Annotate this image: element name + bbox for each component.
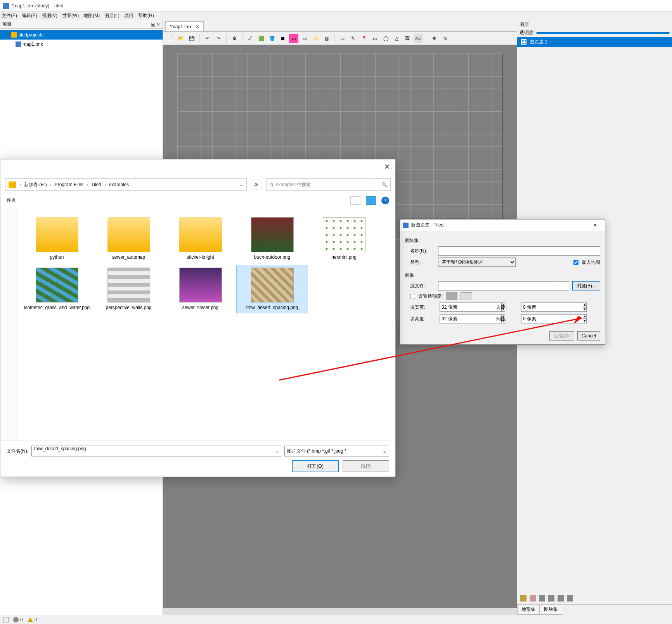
tree-collapse-icon[interactable]: ▾ <box>5 32 9 38</box>
file-item[interactable]: python <box>21 214 93 263</box>
tool-stamp-icon[interactable]: 🖊 <box>246 34 255 43</box>
file-type-filter[interactable]: 图片文件 (*.bmp *.gif *.jpeg *. ⌄ <box>284 446 389 456</box>
file-item[interactable]: buch-outdoor.png <box>236 214 308 263</box>
tool-same-icon[interactable]: ▦ <box>322 34 331 43</box>
crumb-tiled[interactable]: Tiled <box>91 182 101 187</box>
tool-eraser-icon[interactable]: ▭ <box>289 34 298 43</box>
tool-shape-icon[interactable]: ◼ <box>278 34 288 43</box>
cancel-button[interactable]: Cancel <box>577 331 600 341</box>
trans-picker-swatch[interactable] <box>461 292 472 300</box>
tab-terrain-sets[interactable]: 地形集 <box>517 604 540 615</box>
project-panel-title: 项目 <box>2 21 12 28</box>
tool-snap-icon[interactable]: ✥ <box>430 34 439 43</box>
menu-edit[interactable]: 编辑(E) <box>22 12 37 19</box>
tile-height-input[interactable] <box>440 314 502 323</box>
tileset-name-input[interactable] <box>438 246 600 256</box>
spacing-input[interactable] <box>521 314 583 323</box>
tile-width-input[interactable] <box>440 302 502 312</box>
menu-help[interactable]: 帮助(H) <box>138 12 154 19</box>
file-item[interactable]: sewer_automap <box>93 214 165 263</box>
file-item[interactable]: hexmini.png <box>308 214 380 263</box>
nav-pane[interactable] <box>0 208 18 441</box>
tree-file-map1[interactable]: map1.tmx <box>0 40 163 49</box>
tool-rect-icon[interactable]: ▭ <box>370 34 379 43</box>
view-mode-button[interactable] <box>350 196 360 205</box>
tileset-edit-icon[interactable] <box>548 595 554 602</box>
file-dialog-close-button[interactable]: ✕ <box>384 162 390 171</box>
tileset-type-select[interactable]: 基于整张图块集图片 <box>438 258 516 267</box>
horizontal-scrollbar[interactable] <box>163 608 517 615</box>
search-input[interactable]: 在 examples 中搜索 🔍 <box>266 178 391 191</box>
filename-input[interactable]: tmw_desert_spacing.png ⌄ <box>31 446 281 456</box>
chevron-down-icon[interactable]: ⌄ <box>239 182 243 187</box>
panel-float-icon[interactable]: ▣ ✕ <box>151 22 160 27</box>
tile-layer-icon <box>521 39 527 45</box>
menu-world[interactable]: 世界(W) <box>62 12 79 19</box>
tab-close-icon[interactable]: ✕ <box>196 24 199 29</box>
tab-tilesets[interactable]: 图块集 <box>540 604 562 615</box>
menu-project[interactable]: 项目 <box>124 12 133 19</box>
opacity-slider[interactable] <box>536 32 670 34</box>
tab-map1[interactable]: *map1.tmx ✕ <box>165 21 204 31</box>
help-button[interactable]: ? <box>381 197 389 204</box>
image-thumb-icon <box>251 268 294 302</box>
tileset-delete-icon[interactable] <box>567 595 573 602</box>
tool-new-icon[interactable]: 📄 <box>165 34 175 43</box>
open-button[interactable]: 打开(O) <box>292 460 339 472</box>
tool-undo-icon[interactable]: ↶ <box>203 34 212 43</box>
chevron-right-icon[interactable]: › <box>19 182 21 187</box>
tool-command-icon[interactable]: ⚙ <box>230 34 239 43</box>
file-item[interactable]: isometric_grass_and_water.png <box>21 265 93 314</box>
tree-folder-root[interactable]: ▾ tiledprojects <box>0 30 163 40</box>
embed-checkbox[interactable] <box>573 260 578 265</box>
layer-list[interactable]: 图块层 1 <box>517 37 672 47</box>
tileset-swap-icon[interactable] <box>558 595 564 602</box>
console-icon[interactable] <box>3 617 9 622</box>
browse-button[interactable]: 浏览(B)... <box>572 281 600 290</box>
refresh-button[interactable]: ⟳ <box>251 179 262 190</box>
tool-terrain-icon[interactable]: 🟩 <box>256 34 266 43</box>
tool-object-edit-icon[interactable]: ✎ <box>348 34 358 43</box>
source-input[interactable] <box>438 281 569 290</box>
trans-color-swatch[interactable] <box>446 292 457 300</box>
tool-wand-icon[interactable]: ✨ <box>311 34 320 43</box>
file-item[interactable]: sewer_tileset.png <box>165 265 236 314</box>
file-list[interactable]: pythonsewer_automapsticker-knightbuch-ou… <box>18 208 395 441</box>
margin-input[interactable] <box>521 302 583 312</box>
tileset-embed-icon[interactable] <box>539 595 545 602</box>
tileset-doc-icon[interactable] <box>530 595 536 602</box>
layer-row-tilelayer1[interactable]: 图块层 1 <box>517 37 672 47</box>
dialog-close-button[interactable]: ✕ <box>589 221 602 229</box>
new-folder-label[interactable]: 件夹 <box>7 197 16 204</box>
tool-link-icon[interactable]: ⇲ <box>440 34 450 43</box>
crumb-examples[interactable]: examples <box>109 182 129 187</box>
new-tileset-icon[interactable] <box>520 595 527 602</box>
tool-redo-icon[interactable]: ↷ <box>214 34 223 43</box>
menu-file[interactable]: 文件(E) <box>2 12 17 19</box>
cancel-open-button[interactable]: 取消 <box>343 460 389 472</box>
file-item[interactable]: perspective_walls.png <box>93 265 165 314</box>
transparency-checkbox[interactable] <box>410 294 415 299</box>
menu-map[interactable]: 地图(M) <box>83 12 100 19</box>
tool-polygon-icon[interactable]: △ <box>392 34 401 43</box>
breadcrumb[interactable]: › 新加卷 (E:) › Program Files › Tiled › exa… <box>5 178 247 191</box>
tool-save-icon[interactable]: 💾 <box>187 34 196 43</box>
tool-object-select-icon[interactable]: ▭ <box>338 34 347 43</box>
preview-pane-button[interactable] <box>366 196 376 205</box>
tool-fill-icon[interactable]: 🪣 <box>267 34 277 43</box>
crumb-drive[interactable]: 新加卷 (E:) <box>24 181 47 188</box>
chevron-down-icon[interactable]: ⌄ <box>275 448 279 454</box>
tool-image-icon[interactable]: 🖼 <box>403 34 412 43</box>
tool-ellipse-icon[interactable]: ◯ <box>381 34 390 43</box>
tool-text-icon[interactable]: Abc <box>414 34 423 43</box>
crumb-progfiles[interactable]: Program Files <box>55 182 84 187</box>
tree-folder-label: tiledprojects <box>19 32 43 38</box>
tool-point-icon[interactable]: 📍 <box>359 34 369 43</box>
tool-select-rect-icon[interactable]: ▭ <box>300 34 309 43</box>
finish-button[interactable]: 完成(O) <box>549 331 574 341</box>
menu-layer[interactable]: 图层(L) <box>104 12 120 19</box>
tool-open-icon[interactable]: 📂 <box>176 34 185 43</box>
file-item[interactable]: tmw_desert_spacing.png <box>236 265 308 314</box>
menu-view[interactable]: 视图(V) <box>42 12 57 19</box>
file-item[interactable]: sticker-knight <box>165 214 236 263</box>
